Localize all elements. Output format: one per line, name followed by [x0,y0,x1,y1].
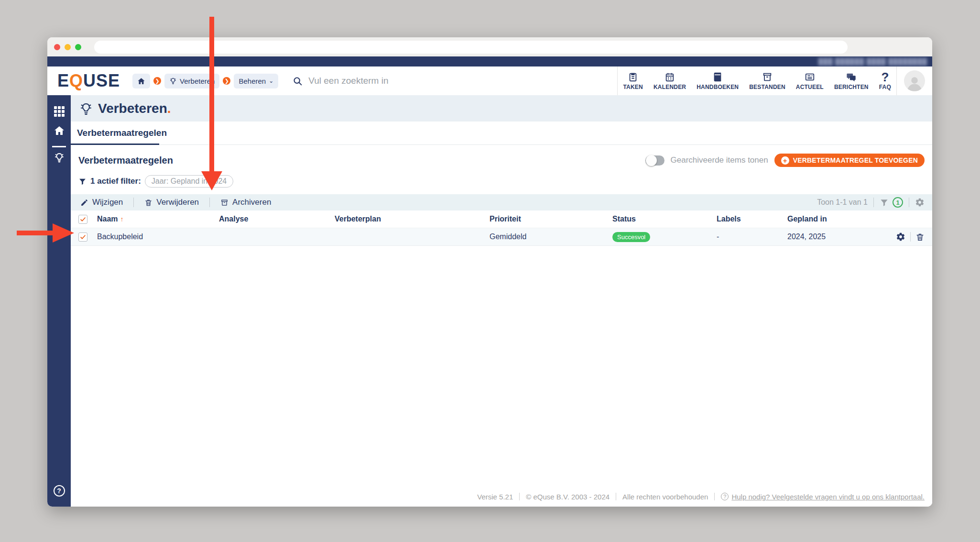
header-divider [896,66,897,95]
column-header-analyse[interactable]: Analyse [219,215,335,223]
active-filter-row: 1 actief filter: Jaar: Gepland in 2024 [71,175,932,188]
archive-button[interactable]: Archiveren [218,198,273,207]
filter-icon [78,177,87,186]
edit-button[interactable]: Wijzigen [78,198,125,207]
nav-item-taken[interactable]: TAKEN [618,72,648,90]
page-title: Verbeteren. [98,101,171,116]
footer-divider [519,493,520,500]
toolbar-divider [209,198,210,207]
home-icon [137,77,145,85]
column-header-naam[interactable]: Naam [97,215,118,223]
table-row[interactable]: Backupbeleid Gemiddeld Succesvol - 2024,… [71,228,932,246]
question-circle-icon: ? [721,493,729,500]
footer: Versie 5.21 © eQuse B.V. 2003 - 2024 All… [71,487,932,507]
row-gepland-in: 2024, 2025 [787,232,884,241]
archive-box-icon [762,72,773,82]
row-checkbox[interactable] [78,232,87,242]
footer-copyright: © eQuse B.V. 2003 - 2024 [526,493,610,501]
nav-item-bestanden[interactable]: BESTANDEN [744,72,791,90]
calendar-icon [664,72,675,82]
section-heading: Verbetermaatregelen [78,155,173,166]
nav-item-berichten[interactable]: BERICHTEN [829,72,874,90]
maximize-window-icon[interactable] [75,44,81,50]
nav-item-handboeken[interactable]: HANDBOEKEN [691,72,744,90]
user-avatar[interactable] [904,70,925,91]
minimize-window-icon[interactable] [65,44,71,50]
sidebar-verbeteren-icon[interactable] [47,152,71,163]
table-toolbar: Wijzigen Verwijderen [71,194,932,210]
close-window-icon[interactable] [54,44,60,50]
lightbulb-icon [79,101,93,116]
column-header-prioriteit[interactable]: Prioriteit [490,215,612,223]
lightbulb-icon [169,77,177,85]
sort-asc-icon: ↑ [120,215,124,223]
sidebar: ? [47,95,71,507]
apps-grid-icon[interactable] [47,106,71,117]
search-icon [293,76,303,86]
sidebar-active-indicator [52,146,66,147]
traffic-lights [54,44,81,50]
toolbar-divider [873,198,874,207]
column-header-verbeterplan[interactable]: Verbeterplan [335,215,490,223]
question-mark-icon: ? [881,72,889,82]
equse-logo[interactable]: EQUSE [57,71,120,91]
footer-help-link[interactable]: ? Hulp nodig? Veelgestelde vragen vindt … [721,493,925,501]
user-info-redacted: ███ ██████ ████ ████████ [818,58,927,65]
book-icon [712,72,723,82]
search-input[interactable] [308,76,595,86]
nav-item-kalender[interactable]: KALENDER [648,72,691,90]
select-all-checkbox[interactable] [78,215,87,224]
archive-box-icon [220,199,229,207]
delete-button[interactable]: Verwijderen [142,198,201,207]
chevron-right-icon: ❯ [153,77,161,85]
clipboard-icon [628,72,638,82]
tab-verbetermaatregelen[interactable]: Verbetermaatregelen [77,128,167,138]
sidebar-home-icon[interactable] [47,125,71,136]
chevron-right-icon: ❯ [223,77,230,85]
footer-version: Versie 5.21 [477,493,513,501]
column-header-status[interactable]: Status [612,215,717,223]
column-header-labels[interactable]: Labels [717,215,787,223]
address-bar[interactable] [94,41,848,54]
footer-rights: Alle rechten voorbehouden [622,493,708,501]
toolbar-divider [909,198,909,207]
add-verbetermaatregel-button[interactable]: + VERBETERMAATREGEL TOEVOEGEN [774,154,925,167]
toolbar-divider [133,198,134,207]
breadcrumb-beheren-dropdown[interactable]: Beheren ⌄ [234,74,278,88]
row-prioriteit: Gemiddeld [490,232,612,241]
column-header-gepland-in[interactable]: Gepland in [787,215,884,223]
result-count: Toon 1-1 van 1 [817,198,868,207]
tab-bar: Verbetermaatregelen [71,122,932,145]
row-actions-divider [910,232,911,242]
table-header-row: Naam ↑ Analyse Verbeterplan Prioriteit S… [71,210,932,228]
breadcrumb: ❯ Verbeteren ❯ Beheren ⌄ [132,74,278,88]
active-filter-label: 1 actief filter: [90,177,141,186]
row-name[interactable]: Backupbeleid [97,232,143,241]
sidebar-help-icon[interactable]: ? [47,485,71,497]
filter-icon[interactable] [880,198,889,207]
nav-item-actueel[interactable]: ACTUEEL [791,72,829,90]
header-nav: TAKEN KALENDER HANDBOEKEN [618,72,896,90]
browser-window: ███ ██████ ████ ████████ EQUSE ❯ Verb [47,37,932,507]
app-body: ? Verbeteren. Verbetermaatregelen Verbet [47,95,932,507]
active-tab-underline [71,144,159,145]
footer-divider [616,493,616,500]
status-badge: Succesvol [612,232,650,242]
top-navy-bar: ███ ██████ ████ ████████ [47,56,932,66]
chevron-down-icon: ⌄ [269,77,273,84]
row-gear-icon[interactable] [896,232,905,242]
row-trash-icon[interactable] [915,232,925,242]
chat-bubbles-icon [846,72,857,82]
nav-item-faq[interactable]: ? FAQ [874,72,896,90]
newspaper-icon [805,72,815,82]
archived-items-toggle[interactable] [645,155,664,166]
main-content: Verbeteren. Verbetermaatregelen Verbeter… [71,95,932,507]
gear-icon[interactable] [915,198,925,207]
toolbar-right: Toon 1-1 van 1 1 [817,197,925,208]
pencil-icon [80,199,88,207]
plus-icon: + [781,156,789,165]
trash-icon [144,199,152,207]
page-banner: Verbeteren. [71,95,932,122]
global-search [293,76,617,86]
breadcrumb-home[interactable] [132,74,150,88]
